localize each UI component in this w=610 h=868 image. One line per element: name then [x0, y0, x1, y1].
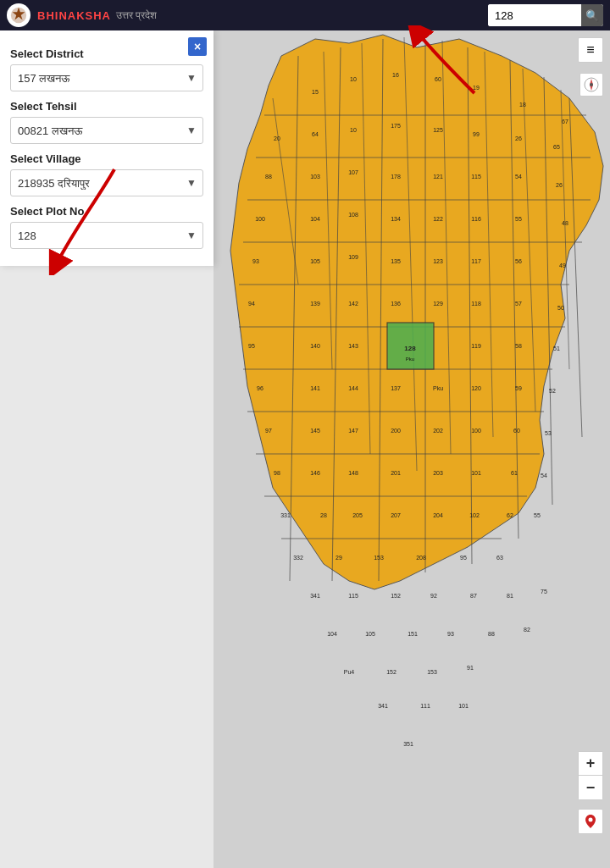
location-button[interactable]	[578, 809, 603, 834]
plot-select[interactable]: 128	[10, 222, 203, 249]
svg-text:103: 103	[310, 174, 320, 180]
svg-text:136: 136	[391, 301, 401, 307]
svg-text:82: 82	[524, 627, 530, 633]
map-menu-button[interactable]: ≡	[578, 37, 603, 63]
zoom-in-button[interactable]: +	[579, 752, 602, 776]
svg-text:137: 137	[391, 385, 401, 391]
svg-text:146: 146	[310, 470, 320, 476]
svg-text:201: 201	[391, 470, 401, 476]
svg-text:200: 200	[391, 428, 401, 434]
svg-text:120: 120	[471, 385, 481, 391]
svg-text:93: 93	[252, 258, 259, 264]
plot-select-wrapper: 128 ▼	[10, 222, 203, 249]
svg-text:55: 55	[515, 216, 522, 222]
svg-text:152: 152	[391, 593, 401, 599]
tehsil-select[interactable]: 00821 लखनऊ	[10, 117, 203, 144]
svg-text:129: 129	[433, 301, 443, 307]
svg-text:109: 109	[348, 254, 358, 260]
tehsil-label: Select Tehsil	[10, 100, 203, 113]
district-select-wrapper: 157 लखनऊ ▼	[10, 64, 203, 91]
svg-text:101: 101	[458, 703, 469, 709]
svg-text:55: 55	[534, 512, 541, 518]
svg-text:19: 19	[473, 85, 480, 91]
svg-text:205: 205	[352, 512, 363, 518]
svg-point-146	[590, 83, 593, 86]
app-title: BHINAKSHA	[37, 9, 111, 22]
svg-text:26: 26	[515, 135, 522, 141]
svg-text:108: 108	[348, 212, 358, 218]
svg-text:105: 105	[365, 631, 375, 637]
svg-text:64: 64	[312, 131, 319, 137]
svg-text:341: 341	[378, 703, 388, 709]
district-label: Select District	[10, 47, 203, 60]
compass-button[interactable]	[580, 73, 603, 97]
svg-text:147: 147	[348, 428, 358, 434]
svg-text:92: 92	[430, 593, 437, 599]
svg-point-147	[589, 818, 593, 822]
svg-text:204: 204	[433, 512, 443, 518]
tehsil-select-wrapper: 00821 लखनऊ ▼	[10, 117, 203, 144]
svg-text:115: 115	[348, 593, 358, 599]
svg-text:123: 123	[433, 258, 443, 264]
village-select[interactable]: 218935 दरियापुर	[10, 169, 203, 196]
svg-text:29: 29	[336, 555, 342, 561]
svg-text:52: 52	[549, 388, 556, 394]
svg-text:56: 56	[515, 258, 522, 264]
svg-text:115: 115	[471, 174, 481, 180]
map-svg: 15 10 16 60 19 18 67 20 64 10 175 125 99…	[214, 30, 610, 868]
svg-text:104: 104	[310, 216, 320, 222]
svg-text:121: 121	[433, 174, 443, 180]
zoom-controls: + −	[578, 751, 603, 800]
svg-text:134: 134	[391, 216, 401, 222]
svg-text:153: 153	[374, 555, 384, 561]
sidebar-panel: × Select District 157 लखनऊ ▼ Select Tehs…	[0, 30, 214, 266]
svg-text:116: 116	[471, 216, 481, 222]
svg-text:135: 135	[391, 258, 401, 264]
village-select-wrapper: 218935 दरियापुर ▼	[10, 169, 203, 196]
svg-text:10: 10	[350, 127, 357, 133]
svg-text:331: 331	[280, 512, 291, 518]
svg-text:107: 107	[348, 169, 358, 175]
svg-text:91: 91	[467, 665, 474, 671]
svg-text:87: 87	[470, 593, 477, 599]
svg-text:95: 95	[460, 555, 467, 561]
svg-text:101: 101	[471, 470, 481, 476]
svg-text:54: 54	[515, 174, 522, 180]
svg-text:105: 105	[310, 258, 320, 264]
svg-text:75: 75	[541, 589, 547, 594]
svg-text:111: 111	[420, 703, 430, 709]
svg-text:341: 341	[310, 593, 320, 599]
svg-text:117: 117	[471, 258, 481, 264]
svg-text:94: 94	[248, 301, 255, 307]
svg-text:203: 203	[433, 470, 443, 476]
svg-text:104: 104	[327, 631, 337, 637]
svg-text:141: 141	[310, 385, 320, 391]
svg-text:Pku: Pku	[433, 385, 443, 391]
svg-text:178: 178	[391, 174, 401, 180]
district-select[interactable]: 157 लखनऊ	[10, 64, 203, 91]
svg-text:125: 125	[433, 127, 443, 133]
search-input[interactable]	[488, 4, 581, 26]
app-subtitle: उत्तर प्रदेश	[116, 9, 157, 21]
svg-text:81: 81	[507, 593, 513, 599]
svg-text:118: 118	[471, 301, 481, 307]
map-area: 15 10 16 60 19 18 67 20 64 10 175 125 99…	[214, 30, 610, 868]
svg-text:18: 18	[519, 102, 526, 108]
svg-text:28: 28	[320, 512, 327, 518]
svg-text:148: 148	[348, 470, 358, 476]
village-label: Select Village	[10, 152, 203, 165]
svg-text:140: 140	[310, 343, 320, 349]
svg-text:139: 139	[310, 301, 320, 307]
close-button[interactable]: ×	[188, 37, 207, 56]
svg-text:208: 208	[416, 555, 426, 561]
svg-text:60: 60	[435, 76, 441, 82]
svg-text:50: 50	[557, 305, 564, 311]
svg-text:332: 332	[293, 555, 303, 561]
svg-text:97: 97	[265, 428, 272, 434]
search-button[interactable]: 🔍	[581, 4, 603, 26]
svg-text:119: 119	[471, 343, 481, 349]
svg-text:143: 143	[348, 343, 358, 349]
zoom-out-button[interactable]: −	[579, 776, 602, 799]
plot-label: Select Plot No.	[10, 205, 203, 218]
svg-text:15: 15	[312, 89, 319, 95]
